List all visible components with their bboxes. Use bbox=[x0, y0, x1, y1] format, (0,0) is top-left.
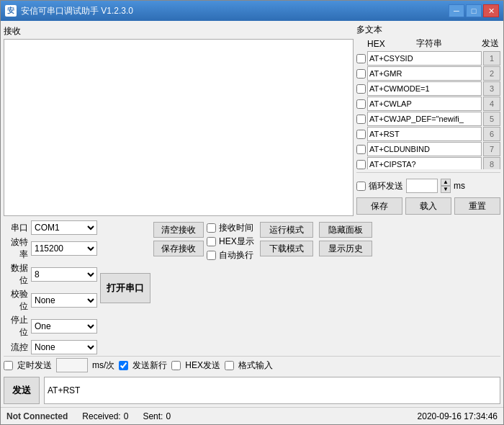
mt-checkbox-6[interactable] bbox=[356, 130, 366, 139]
middle-buttons: 清空接收 保存接收 bbox=[153, 222, 204, 354]
mt-send-btn-6[interactable]: 6 bbox=[483, 127, 500, 141]
run-mode-button[interactable]: 运行模式 bbox=[260, 222, 313, 238]
send-newline-checkbox[interactable] bbox=[119, 361, 128, 370]
mt-row-7: 7 bbox=[356, 142, 500, 156]
mt-checkbox-2[interactable] bbox=[356, 69, 366, 79]
spin-up-button[interactable]: ▲ bbox=[441, 179, 451, 186]
mt-send-btn-3[interactable]: 3 bbox=[483, 81, 500, 96]
hide-panel-button[interactable]: 隐藏面板 bbox=[319, 222, 372, 238]
send-area: 发送 bbox=[4, 375, 500, 406]
hex-display-checkbox[interactable] bbox=[207, 237, 216, 246]
clear-recv-button[interactable]: 清空接收 bbox=[153, 222, 204, 238]
load-button[interactable]: 载入 bbox=[405, 197, 451, 215]
loop-send-input[interactable]: 500 bbox=[406, 179, 438, 193]
mt-input-6[interactable] bbox=[367, 127, 482, 141]
sent-status: Sent: 0 bbox=[143, 411, 171, 421]
stop-label: 停止位 bbox=[4, 314, 28, 339]
recv-options: 接收时间 HEX显示 自动换行 bbox=[207, 222, 254, 354]
save-button[interactable]: 保存 bbox=[356, 197, 402, 215]
flow-label: 流控 bbox=[4, 341, 28, 354]
spin-down-button[interactable]: ▼ bbox=[441, 186, 451, 193]
baud-row-item: 波特率 115200 bbox=[4, 236, 97, 261]
loop-send-label: 循环发送 bbox=[369, 180, 403, 192]
extra-buttons: 隐藏面板 显示历史 bbox=[319, 222, 372, 354]
receive-label: 接收 bbox=[4, 24, 354, 39]
mt-input-7[interactable] bbox=[367, 142, 482, 156]
send-button[interactable]: 发送 bbox=[4, 377, 40, 404]
mt-row-3: 3 bbox=[356, 81, 500, 96]
close-button[interactable]: ✕ bbox=[483, 4, 499, 17]
mt-checkbox-1[interactable] bbox=[356, 54, 366, 63]
data-select[interactable]: 8 bbox=[31, 267, 97, 282]
recv-time-checkbox[interactable] bbox=[207, 223, 216, 233]
save-recv-button[interactable]: 保存接收 bbox=[153, 241, 204, 256]
data-row-item: 数据位 8 bbox=[4, 262, 97, 287]
mt-send-btn-8[interactable]: 8 bbox=[483, 157, 500, 169]
baud-select[interactable]: 115200 bbox=[31, 241, 97, 256]
flow-select[interactable]: None bbox=[31, 340, 97, 354]
mt-send-btn-5[interactable]: 5 bbox=[483, 112, 500, 126]
flow-row-item: 流控 None bbox=[4, 340, 97, 354]
col-str-header: 字符串 bbox=[379, 37, 479, 50]
mt-send-btn-7[interactable]: 7 bbox=[483, 142, 500, 156]
mt-input-1[interactable] bbox=[367, 51, 482, 66]
loop-send-checkbox[interactable] bbox=[356, 182, 366, 191]
port-settings: 串口 COM1 波特率 115200 数据位 8 bbox=[4, 220, 97, 354]
mt-checkbox-3[interactable] bbox=[356, 84, 366, 94]
statusbar: Not Connected Received: 0 Sent: 0 2020-0… bbox=[1, 407, 503, 424]
hex-display-label: HEX显示 bbox=[219, 236, 254, 248]
dl-mode-button[interactable]: 下载模式 bbox=[260, 241, 313, 256]
multitext-title: 多文本 bbox=[356, 24, 382, 36]
mt-checkbox-4[interactable] bbox=[356, 99, 366, 109]
mt-input-4[interactable] bbox=[367, 97, 482, 111]
mt-send-btn-4[interactable]: 4 bbox=[483, 97, 500, 111]
multitext-rows: 1234567891011 bbox=[356, 51, 500, 169]
send-input[interactable] bbox=[44, 377, 500, 404]
format-input-label: 格式输入 bbox=[238, 359, 273, 372]
received-label: Received: bbox=[82, 411, 120, 421]
app-icon: 安 bbox=[5, 5, 17, 17]
save-row: 保存 载入 重置 bbox=[356, 196, 500, 216]
mt-input-8[interactable] bbox=[367, 157, 482, 169]
col-send-header: 发送 bbox=[480, 37, 500, 50]
open-port-button[interactable]: 打开串口 bbox=[100, 273, 150, 303]
mt-send-btn-1[interactable]: 1 bbox=[483, 51, 500, 66]
right-buttons: 运行模式 下载模式 bbox=[260, 222, 313, 354]
hex-send-checkbox[interactable] bbox=[171, 361, 181, 370]
timed-send-label: 定时发送 bbox=[17, 359, 52, 372]
main-content-area: 接收 多文本 HEX 字符串 发送 1234567891011 循环发送 500 bbox=[1, 21, 503, 219]
port-row-item: 串口 COM1 bbox=[4, 220, 97, 235]
auto-wrap-checkbox[interactable] bbox=[207, 251, 216, 260]
reset-button[interactable]: 重置 bbox=[454, 197, 500, 215]
auto-wrap-row: 自动换行 bbox=[207, 249, 254, 261]
port-controls-area: 串口 COM1 波特率 115200 数据位 8 bbox=[4, 220, 500, 354]
minimize-button[interactable]: ─ bbox=[449, 4, 464, 17]
mt-input-5[interactable] bbox=[367, 112, 482, 126]
check-label: 校验位 bbox=[4, 288, 28, 313]
check-row-item: 校验位 None bbox=[4, 288, 97, 313]
loop-send-unit: ms bbox=[454, 181, 465, 191]
show-history-button[interactable]: 显示历史 bbox=[319, 241, 372, 256]
maximize-button[interactable]: □ bbox=[466, 4, 482, 17]
format-input-checkbox[interactable] bbox=[225, 361, 234, 370]
mt-checkbox-8[interactable] bbox=[356, 160, 366, 169]
send-newline-label: 发送新行 bbox=[132, 359, 167, 372]
multitext-header: 多文本 bbox=[356, 24, 500, 36]
timed-send-checkbox[interactable] bbox=[4, 361, 13, 370]
mt-send-btn-2[interactable]: 2 bbox=[483, 66, 500, 81]
bottom-section: 串口 COM1 波特率 115200 数据位 8 bbox=[1, 219, 503, 407]
hex-send-label: HEX发送 bbox=[185, 359, 220, 372]
col-hex-header: HEX bbox=[367, 39, 377, 49]
open-port-area: 打开串口 bbox=[100, 220, 150, 354]
check-select[interactable]: None bbox=[31, 293, 97, 308]
connection-status: Not Connected bbox=[6, 411, 68, 421]
stop-select[interactable]: One bbox=[31, 319, 97, 334]
mt-checkbox-5[interactable] bbox=[356, 115, 366, 124]
mt-input-3[interactable] bbox=[367, 81, 482, 96]
hex-display-row: HEX显示 bbox=[207, 236, 254, 248]
port-select[interactable]: COM1 bbox=[31, 220, 97, 235]
receive-area[interactable] bbox=[4, 39, 354, 216]
mt-checkbox-7[interactable] bbox=[356, 145, 366, 154]
received-status: Received: 0 bbox=[82, 411, 128, 421]
mt-input-2[interactable] bbox=[367, 66, 482, 81]
